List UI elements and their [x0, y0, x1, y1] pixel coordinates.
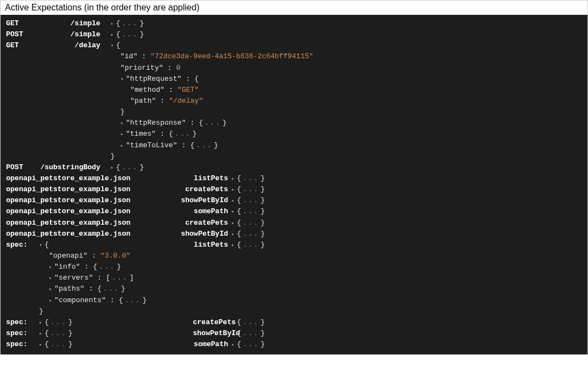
colon: : [80, 263, 93, 271]
collapsed-object[interactable]: {...} [237, 329, 265, 337]
collapsed-object[interactable]: {...} [116, 19, 144, 27]
json-line: ▸"httpResponse" : {...} [120, 118, 582, 129]
spec-json-cell: ▸{...} [39, 328, 193, 339]
expand-toggle-icon[interactable]: ▸ [110, 164, 116, 173]
expand-toggle-icon[interactable]: ▸ [49, 263, 54, 272]
expand-toggle-icon[interactable]: ▸ [231, 219, 237, 228]
close-brace: } [192, 130, 197, 138]
expand-toggle-icon[interactable]: ▸ [231, 341, 237, 349]
collapsed-object[interactable]: {...} [237, 340, 265, 348]
spec-label: spec: [6, 240, 39, 251]
expand-toggle-icon[interactable]: ▸ [231, 186, 237, 194]
spec-label: spec: [6, 339, 39, 350]
open-brace: { [45, 241, 49, 249]
colon: : [164, 86, 177, 94]
collapsed-object[interactable]: {...} [119, 296, 147, 304]
spec-json-cell: ▸{...} [39, 317, 193, 328]
collapsed-object[interactable]: {...} [45, 329, 73, 337]
ellipsis-icon: ... [241, 329, 260, 337]
collapsed-array[interactable]: [...] [106, 274, 134, 282]
colon: : [137, 52, 150, 60]
json-string: "3.0.0" [101, 252, 131, 260]
collapse-toggle-icon[interactable]: ▾ [110, 42, 116, 51]
expand-toggle-icon[interactable]: ▸ [39, 341, 45, 349]
close-brace: } [260, 318, 265, 326]
http-method: GET [6, 41, 32, 49]
expectation-row: openapi_petstore_example.jsonlistPets▸{.… [6, 173, 582, 184]
collapsed-object[interactable]: {...} [237, 207, 265, 215]
collapsed-object[interactable]: {...} [169, 130, 197, 138]
collapsed-object[interactable]: {...} [45, 318, 73, 326]
http-method: POST [6, 163, 32, 171]
collapsed-object[interactable]: {...} [237, 174, 265, 182]
json-cell: ▸{...} [110, 29, 582, 40]
expand-toggle-icon[interactable]: ▸ [49, 274, 54, 283]
json-line: ▸"timeToLive" : {...} [120, 140, 582, 151]
json-string: "/delay" [169, 97, 203, 105]
collapse-toggle-icon[interactable]: ▾ [39, 241, 45, 250]
collapsed-object[interactable]: {...} [199, 119, 227, 127]
json-key: "times" [126, 130, 156, 138]
open-brace: { [237, 340, 241, 348]
collapsed-object[interactable]: {...} [237, 318, 265, 326]
active-expectations-panel: Active Expectations (in the order they a… [0, 0, 588, 355]
expectation-row: spec:▸{...}showPetById▸{...} [6, 328, 582, 339]
expand-toggle-icon[interactable]: ▸ [231, 319, 237, 327]
expand-toggle-icon[interactable]: ▸ [39, 319, 45, 327]
json-line: "id" : "72dce3da-9eed-4a15-b638-2c64bff9… [120, 51, 582, 62]
expand-toggle-icon[interactable]: ▸ [110, 31, 116, 40]
collapsed-object[interactable]: {...} [237, 196, 265, 204]
json-cell: ▾{"id" : "72dce3da-9eed-4a15-b638-2c64bf… [110, 40, 582, 162]
collapsed-object[interactable]: {...} [97, 285, 125, 293]
spec-label: spec: [6, 328, 39, 339]
open-brace: { [93, 263, 97, 271]
json-key: "httpRequest" [126, 75, 181, 83]
open-brace: { [169, 130, 173, 138]
json-key: "components" [54, 296, 106, 304]
expand-toggle-icon[interactable]: ▸ [120, 119, 126, 128]
collapsed-object[interactable]: {...} [237, 230, 265, 238]
collapse-toggle-icon[interactable]: ▾ [120, 75, 126, 84]
expand-toggle-icon[interactable]: ▸ [231, 175, 237, 184]
collapsed-object[interactable]: {...} [116, 30, 144, 38]
openapi-filename: openapi_petstore_example.json [6, 229, 165, 240]
open-brace: { [237, 219, 241, 227]
expand-toggle-icon[interactable]: ▸ [120, 130, 126, 139]
operation-id: showPetById [165, 195, 231, 206]
open-brace: { [116, 19, 120, 27]
expand-toggle-icon[interactable]: ▸ [110, 20, 116, 29]
ellipsis-icon: ... [241, 219, 260, 227]
collapsed-object[interactable]: {...} [93, 263, 121, 271]
operation-id: listPets [193, 240, 231, 251]
open-brace: { [237, 318, 241, 326]
colon: : [156, 97, 169, 105]
collapsed-object[interactable]: {...} [116, 163, 144, 171]
colon: : [93, 274, 106, 282]
expand-toggle-icon[interactable]: ▸ [231, 330, 237, 338]
expand-toggle-icon[interactable]: ▸ [231, 208, 237, 216]
json-line: ▸"servers" : [...] [49, 273, 193, 283]
expand-toggle-icon[interactable]: ▸ [231, 230, 237, 239]
collapsed-object[interactable]: {...} [45, 340, 73, 348]
json-cell: ▸{...} [231, 184, 582, 195]
operation-id: createPets [165, 218, 231, 229]
expectation-row: GET /simple▸{...} [6, 18, 582, 29]
expand-toggle-icon[interactable]: ▸ [120, 142, 126, 151]
expand-toggle-icon[interactable]: ▸ [49, 285, 54, 294]
expand-toggle-icon[interactable]: ▸ [39, 330, 45, 338]
ellipsis-icon: ... [241, 230, 260, 238]
spec-json-cell: ▾{"openapi" : "3.0.0"▸"info" : {...}▸"se… [39, 240, 193, 317]
expand-toggle-icon[interactable]: ▸ [49, 297, 54, 305]
http-path: /substringBody [32, 163, 101, 171]
colon: : [87, 252, 100, 260]
colon: : [177, 141, 190, 149]
collapsed-object[interactable]: {...} [237, 241, 265, 249]
collapsed-object[interactable]: {...} [237, 219, 265, 227]
expand-toggle-icon[interactable]: ▸ [231, 197, 237, 205]
json-cell: ▸{...} [110, 18, 582, 29]
collapsed-object[interactable]: {...} [237, 185, 265, 193]
open-brace: { [119, 296, 123, 304]
expand-toggle-icon[interactable]: ▸ [231, 241, 237, 250]
http-method: POST [6, 30, 32, 38]
collapsed-object[interactable]: {...} [190, 141, 218, 149]
